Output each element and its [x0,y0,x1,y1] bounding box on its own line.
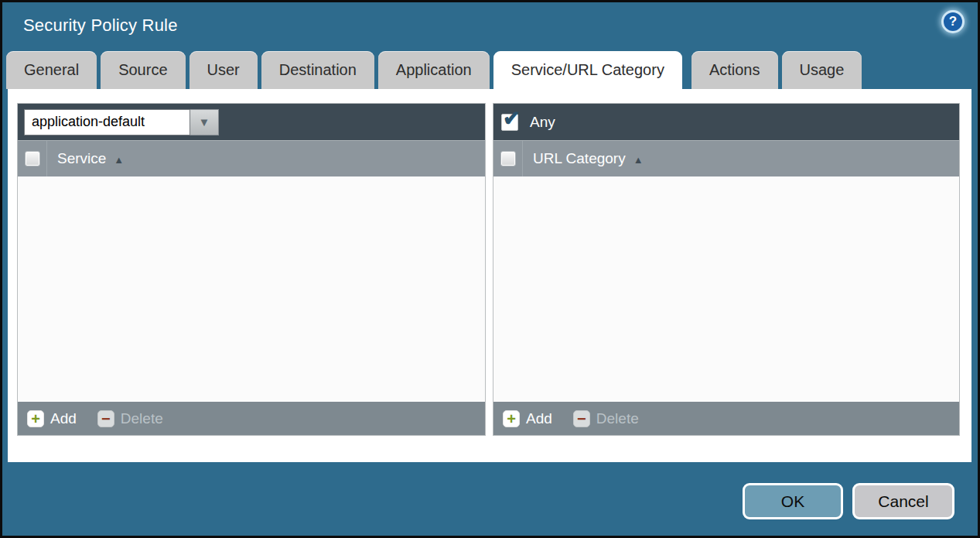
service-select-all-cell [18,141,47,176]
dialog-title: Security Policy Rule [23,15,178,36]
url-category-add-label: Add [526,410,552,427]
tab-content-area: ▼ Service ▲ + Add − [8,89,971,462]
url-category-select-all-checkbox[interactable] [500,151,516,166]
service-panel: ▼ Service ▲ + Add − [17,103,486,436]
tab-destination[interactable]: Destination [261,51,374,89]
service-delete-label: Delete [121,410,163,427]
sort-asc-icon: ▲ [633,152,644,166]
plus-icon: + [27,410,44,427]
service-toolbar: + Add − Delete [18,402,485,435]
service-add-label: Add [50,410,77,427]
minus-icon: − [97,410,114,427]
tab-application[interactable]: Application [378,51,490,89]
tab-source[interactable]: Source [101,51,185,89]
plus-icon: + [503,410,520,427]
service-list-body[interactable] [18,176,485,402]
help-icon-glyph: ? [949,14,957,29]
chevron-down-icon: ▼ [199,115,210,129]
url-category-column-header: URL Category ▲ [493,140,959,176]
cancel-button[interactable]: Cancel [852,483,954,519]
security-policy-rule-dialog: Security Policy Rule ? General Source Us… [0,0,980,538]
url-category-any-row: ✔ Any [500,114,555,131]
service-column-label: Service [57,150,106,167]
url-category-column-label: URL Category [533,150,626,167]
url-category-column-label-cell[interactable]: URL Category ▲ [523,141,644,176]
service-select-all-checkbox[interactable] [25,151,40,166]
tab-user[interactable]: User [190,51,258,89]
url-category-any-label: Any [530,114,555,131]
tab-actions[interactable]: Actions [691,51,778,89]
url-category-select-all-cell [493,141,523,176]
tab-service-url-category[interactable]: Service/URL Category [493,51,682,89]
tab-usage[interactable]: Usage [782,51,862,89]
url-category-list-body[interactable] [493,176,959,402]
service-add-button[interactable]: + Add [27,410,77,427]
url-category-toolbar: + Add − Delete [493,402,959,435]
sort-asc-icon: ▲ [114,152,124,166]
tab-general[interactable]: General [6,51,97,89]
tab-bar: General Source User Destination Applicat… [6,51,862,89]
service-type-dropdown-button[interactable]: ▼ [190,109,219,135]
url-category-any-checkbox[interactable]: ✔ [501,114,518,131]
ok-button[interactable]: OK [743,483,843,519]
dialog-title-bar: Security Policy Rule [2,2,978,49]
service-column-header: Service ▲ [18,140,485,176]
service-delete-button[interactable]: − Delete [97,410,163,427]
service-type-dropdown: ▼ [24,109,219,135]
url-category-panel-header: ✔ Any [493,104,959,140]
help-icon[interactable]: ? [941,10,965,33]
url-category-delete-label: Delete [596,410,639,427]
service-type-dropdown-input[interactable] [24,109,190,135]
service-column-label-cell[interactable]: Service ▲ [47,141,124,176]
minus-icon: − [573,410,590,427]
service-panel-header: ▼ [18,104,485,140]
url-category-panel: ✔ Any URL Category ▲ + Add [493,103,960,436]
url-category-delete-button[interactable]: − Delete [573,410,639,427]
check-icon: ✔ [503,108,521,129]
url-category-add-button[interactable]: + Add [503,410,552,427]
